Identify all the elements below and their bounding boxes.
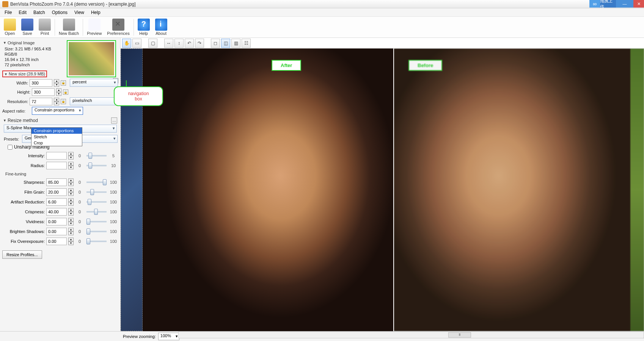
fine-slider[interactable] (86, 221, 107, 222)
aspect-option-stretch[interactable]: Stretch (31, 134, 82, 140)
help-button[interactable]: Help (135, 18, 152, 36)
status-bar: Preview zooming: 100% ⫴ (0, 331, 644, 341)
print-button[interactable]: Print (36, 18, 53, 36)
height-spinner[interactable]: ▲▼ (56, 88, 61, 96)
fine-input[interactable] (46, 238, 67, 245)
menu-help[interactable]: Help (88, 9, 104, 16)
intensity-slider[interactable] (86, 155, 107, 156)
edge-strip (630, 48, 644, 331)
preview-button[interactable]: Preview (85, 18, 104, 36)
fine-input[interactable] (46, 178, 67, 186)
print-icon (39, 19, 51, 31)
splitv-icon: ▥ (234, 41, 238, 46)
width-spinner[interactable]: ▲▼ (54, 79, 59, 87)
size-unit-combo[interactable]: percent (70, 79, 118, 87)
resize-method-ellipsis[interactable]: … (111, 117, 117, 124)
fine-label: Fix Overexposure: (2, 239, 45, 244)
view-grid[interactable]: ☷ (242, 39, 251, 48)
fine-input[interactable] (46, 198, 67, 206)
crop-tool[interactable]: ▢ (148, 39, 157, 48)
zoom-combo[interactable]: 100% (158, 333, 179, 340)
lock-res[interactable]: 🔒 (61, 99, 66, 104)
hand-icon: ✋ (124, 41, 130, 46)
fine-input[interactable] (46, 228, 67, 235)
radius-input[interactable] (46, 162, 67, 169)
fine-input[interactable] (46, 188, 67, 196)
fine-slider[interactable] (86, 181, 107, 183)
after-pane[interactable]: After (143, 48, 393, 331)
res-unit-combo[interactable]: pixels/inch (70, 97, 118, 105)
resolution-input[interactable] (30, 98, 52, 105)
aspect-ratio-dropdown[interactable]: Constrain proportions Stretch Crop (31, 127, 82, 146)
resolution-label: Resolution: (2, 99, 28, 104)
aspect-option-crop[interactable]: Crop (31, 140, 82, 146)
height-input[interactable] (32, 88, 55, 96)
redo-icon: ↷ (198, 41, 201, 46)
lock-width[interactable]: 🔒 (61, 80, 66, 86)
resize-profiles-button[interactable]: Resize Profiles... (2, 250, 42, 259)
fine-label: Artifact Reduction: (2, 200, 45, 204)
fine-row-2: Artifact Reduction:▲▼0100 (2, 198, 118, 206)
undo-icon: ↶ (187, 41, 191, 46)
intensity-label: Intensity: (2, 153, 45, 158)
fine-input[interactable] (46, 218, 67, 225)
radius-label: Radius: (2, 163, 45, 168)
menu-file[interactable]: File (2, 9, 15, 16)
fine-slider[interactable] (86, 201, 107, 203)
grid-icon: ☷ (244, 41, 248, 46)
resolution-spinner[interactable]: ▲▼ (54, 98, 59, 105)
about-button[interactable]: About (153, 18, 170, 36)
window-buttons: ∞ 拖拽上传 — ✕ (589, 0, 644, 8)
new-size-header[interactable]: New size (28.9 MB) (2, 70, 47, 77)
fine-slider[interactable] (86, 211, 107, 213)
select-tool[interactable]: ▭ (132, 39, 141, 48)
fit-height[interactable]: ↕ (174, 39, 184, 48)
aspect-label: Aspect ratio: (2, 109, 30, 113)
horizontal-scrollbar[interactable]: ⫴ (178, 332, 644, 338)
radius-slider[interactable] (86, 165, 107, 166)
navigation-box[interactable] (67, 40, 116, 77)
minimize-button[interactable]: — (616, 0, 633, 8)
menu-batch[interactable]: Batch (30, 9, 48, 16)
ext-upload-button[interactable]: 拖拽上传 (600, 0, 616, 8)
split-view[interactable]: After Before (143, 48, 644, 331)
menu-options[interactable]: Options (49, 9, 71, 16)
before-badge: Before (408, 60, 442, 71)
aspect-ratio-combo[interactable]: Constrain proportions (32, 107, 83, 115)
aspect-option-constrain[interactable]: Constrain proportions (31, 128, 82, 134)
fine-input[interactable] (46, 208, 67, 216)
select-icon: ▭ (135, 41, 139, 46)
fine-slider[interactable] (86, 231, 107, 232)
view-single[interactable]: ◻ (211, 39, 220, 48)
hand-tool[interactable]: ✋ (122, 39, 131, 48)
nav-thumbnail (69, 42, 114, 75)
fine-tuning-label: Fine-tuning (5, 172, 118, 176)
separator (134, 19, 134, 36)
lock-height[interactable]: 🔒 (63, 89, 68, 95)
fit-width[interactable]: ↔ (164, 39, 173, 48)
before-pane[interactable]: Before (393, 48, 644, 331)
intensity-input[interactable] (46, 152, 67, 160)
redo-button[interactable]: ↷ (195, 39, 204, 48)
fine-slider[interactable] (86, 191, 107, 193)
open-button[interactable]: Open (2, 18, 18, 36)
width-input[interactable] (30, 79, 52, 87)
fine-row-4: Vividness:▲▼0100 (2, 218, 118, 225)
undo-button[interactable]: ↶ (185, 39, 194, 48)
preferences-button[interactable]: Preferences (105, 18, 132, 36)
split-divider[interactable] (393, 48, 394, 331)
fine-slider[interactable] (86, 241, 107, 242)
scrollbar-thumb[interactable]: ⫴ (448, 332, 471, 338)
resize-method-header[interactable]: Resize method … (2, 116, 118, 125)
menu-view[interactable]: View (71, 9, 87, 16)
close-button[interactable]: ✕ (633, 0, 644, 8)
new-batch-button[interactable]: New Batch (57, 18, 81, 36)
view-split[interactable]: ◫ (221, 39, 230, 48)
save-button[interactable]: Save (19, 18, 36, 36)
ext-icon-button[interactable]: ∞ (589, 0, 600, 8)
image-pane[interactable]: After Before (121, 48, 644, 331)
menu-edit[interactable]: Edit (16, 9, 30, 16)
main-area: Original Image Size: 3.21 MB / 965.4 KB … (0, 38, 644, 331)
view-splitv[interactable]: ▥ (231, 39, 240, 48)
window-title: BenVista PhotoZoom Pro 7.0.4 (demo versi… (10, 2, 136, 7)
